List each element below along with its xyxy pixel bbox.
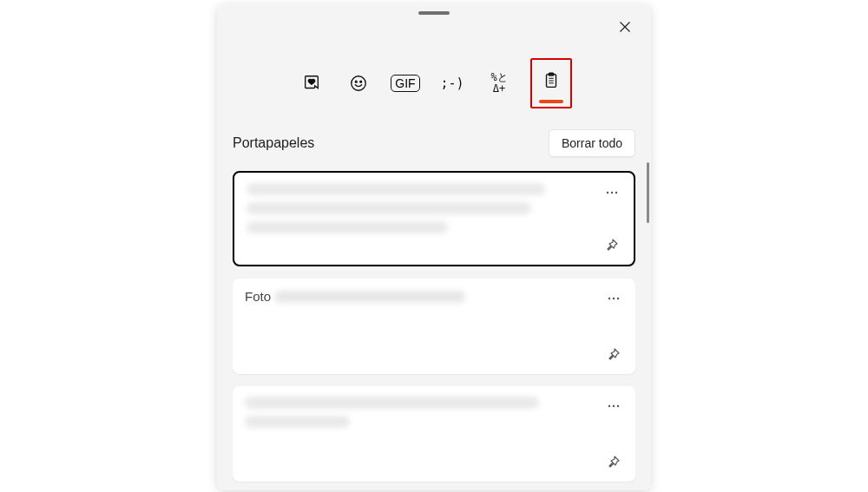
clipboard-item[interactable]: Foto <box>233 279 635 374</box>
ellipsis-icon <box>607 292 621 305</box>
svg-point-9 <box>611 192 613 194</box>
svg-point-1 <box>355 81 357 82</box>
pin-button[interactable] <box>602 343 625 365</box>
tab-clipboard[interactable] <box>536 65 567 96</box>
tab-kaomoji[interactable]: ;-) <box>437 68 468 99</box>
svg-point-10 <box>615 192 617 194</box>
pin-button[interactable] <box>602 450 625 473</box>
clipboard-tab-highlight <box>530 58 572 108</box>
tab-symbols[interactable]: %と Δ+ <box>483 68 515 99</box>
svg-point-11 <box>608 298 610 299</box>
tab-gif[interactable]: GIF <box>390 68 421 99</box>
clipboard-item-text: Foto <box>245 289 271 304</box>
pin-icon <box>605 238 619 252</box>
clear-all-button[interactable]: Borrar todo <box>549 129 635 157</box>
sticker-heart-icon <box>302 74 321 93</box>
clipboard-item-content: Foto <box>245 289 623 312</box>
active-tab-indicator <box>539 100 563 103</box>
symbols-icon: %と Δ+ <box>490 72 507 94</box>
svg-point-0 <box>352 76 366 91</box>
section-title: Portapapeles <box>233 135 314 151</box>
clipboard-item-list: Foto <box>233 171 635 482</box>
clipboard-item-actions <box>602 287 625 365</box>
kaomoji-icon: ;-) <box>440 75 464 91</box>
pin-button[interactable] <box>601 233 623 256</box>
clipboard-item-actions <box>602 395 625 473</box>
clipboard-item[interactable] <box>233 386 635 482</box>
more-options-button[interactable] <box>602 395 625 417</box>
svg-point-13 <box>617 298 619 299</box>
svg-point-2 <box>360 81 362 82</box>
ellipsis-icon <box>607 399 621 413</box>
clipboard-item-content <box>245 397 623 436</box>
more-options-button[interactable] <box>601 181 623 204</box>
clipboard-item[interactable] <box>233 171 635 266</box>
tab-emoji[interactable] <box>343 68 374 99</box>
pin-icon <box>607 455 621 469</box>
svg-point-14 <box>608 405 610 407</box>
clipboard-icon <box>542 71 561 90</box>
more-options-button[interactable] <box>602 287 625 310</box>
svg-point-8 <box>607 192 608 194</box>
clipboard-item-content <box>247 183 621 242</box>
svg-point-15 <box>613 405 615 407</box>
tab-recent[interactable] <box>296 68 327 99</box>
close-icon <box>619 21 631 33</box>
scrollbar[interactable] <box>647 162 649 223</box>
ellipsis-icon <box>605 186 619 200</box>
pin-icon <box>607 347 621 361</box>
category-tab-row: GIF ;-) %と Δ+ <box>233 58 635 108</box>
gif-icon: GIF <box>391 75 419 92</box>
close-button[interactable] <box>615 16 635 37</box>
smiley-icon <box>349 74 368 93</box>
svg-point-12 <box>613 298 615 299</box>
clipboard-item-actions <box>601 181 623 256</box>
drag-handle[interactable] <box>418 11 450 15</box>
clipboard-section-header: Portapapeles Borrar todo <box>233 129 635 157</box>
emoji-clipboard-panel: GIF ;-) %と Δ+ Portapapeles Borrar t <box>217 4 651 490</box>
svg-point-16 <box>617 405 619 407</box>
